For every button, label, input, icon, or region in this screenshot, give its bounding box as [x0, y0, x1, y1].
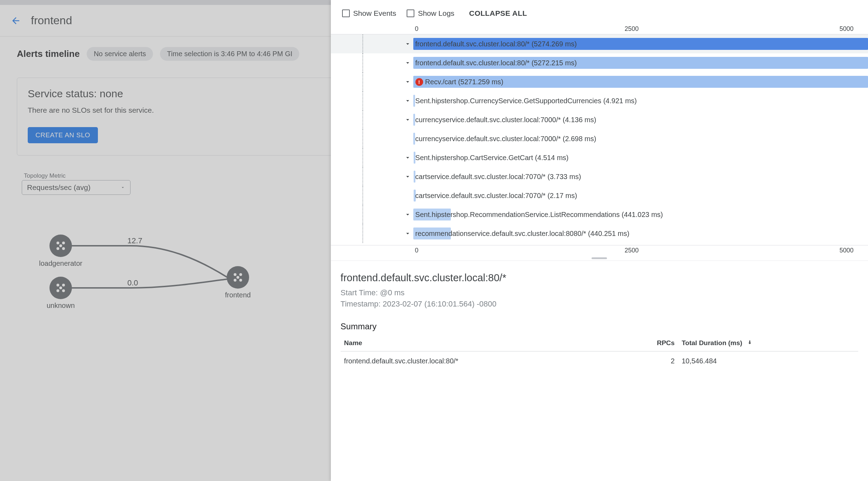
cell-rpcs: 2 [621, 351, 678, 371]
svg-point-2 [62, 242, 65, 244]
span-rows: frontend.default.svc.cluster.local:80/* … [331, 34, 868, 245]
trace-toolbar: Show Events Show Logs COLLAPSE ALL [331, 0, 868, 24]
summary-heading: Summary [341, 322, 858, 331]
span-label: Sent.hipstershop.RecommendationService.L… [415, 211, 663, 219]
show-events-label: Show Events [353, 9, 396, 18]
axis-tick: 5000 [840, 247, 854, 254]
span-track: cartservice.default.svc.cluster.local:70… [413, 189, 868, 202]
chevron-down-icon[interactable] [404, 116, 411, 123]
axis-tick: 2500 [625, 247, 639, 254]
span-row-gutter [362, 53, 413, 72]
panel-resize-handle[interactable] [331, 256, 868, 261]
svg-point-10 [62, 289, 65, 292]
trace-details-panel: Show Events Show Logs COLLAPSE ALL 0 250… [331, 0, 868, 481]
span-row[interactable]: Sent.hipstershop.CartService.GetCart (4.… [331, 148, 868, 167]
svg-point-3 [56, 247, 59, 250]
topology-node-frontend[interactable] [227, 266, 249, 289]
span-row-gutter [362, 224, 413, 243]
chevron-down-icon[interactable] [404, 97, 411, 104]
topology-node-unknown[interactable] [49, 277, 72, 299]
svg-point-15 [234, 279, 236, 282]
summary-table: Name RPCs Total Duration (ms) frontend.d… [341, 335, 858, 371]
span-row-gutter [362, 167, 413, 186]
svg-point-9 [56, 289, 59, 292]
chevron-down-icon[interactable] [404, 173, 411, 180]
col-rpcs[interactable]: RPCs [621, 335, 678, 351]
span-row-gutter [362, 34, 413, 53]
axis-tick: 2500 [625, 25, 639, 33]
span-row-gutter [362, 186, 413, 205]
col-duration-label: Total Duration (ms) [682, 339, 742, 347]
span-row[interactable]: currencyservice.default.svc.cluster.loca… [331, 110, 868, 129]
span-row[interactable]: Sent.hipstershop.RecommendationService.L… [331, 205, 868, 224]
back-arrow-icon[interactable] [11, 15, 21, 26]
grip-icon [592, 257, 607, 259]
span-details-title: frontend.default.svc.cluster.local:80/* [341, 272, 858, 284]
col-duration[interactable]: Total Duration (ms) [678, 335, 858, 351]
checkbox-icon [342, 9, 350, 17]
show-logs-label: Show Logs [418, 9, 454, 18]
error-icon: ! [415, 78, 423, 86]
span-label: currencyservice.default.svc.cluster.loca… [415, 135, 596, 143]
span-bar[interactable] [413, 95, 415, 107]
time-selection-pill[interactable]: Time selection is 3:46 PM to 4:46 PM GI [160, 47, 299, 61]
trace-timeline: 0 2500 5000 frontend.default.svc.cluster… [331, 24, 868, 256]
span-row-gutter [362, 129, 413, 148]
span-label: cartservice.default.svc.cluster.local:70… [415, 192, 577, 200]
table-row[interactable]: frontend.default.svc.cluster.local:80/*2… [341, 351, 858, 371]
span-row[interactable]: !Recv./cart (5271.259 ms) [331, 72, 868, 91]
span-track: frontend.default.svc.cluster.local:80/* … [413, 37, 868, 51]
span-row[interactable]: frontend.default.svc.cluster.local:80/* … [331, 53, 868, 72]
no-alerts-pill[interactable]: No service alerts [87, 47, 153, 61]
edge-label: 12.7 [127, 236, 142, 245]
topology-metric-select[interactable]: Requests/sec (avg) [22, 180, 131, 195]
create-slo-button[interactable]: CREATE AN SLO [28, 127, 98, 143]
span-row-gutter [362, 110, 413, 129]
topology-node-label: loadgenerator [39, 259, 82, 267]
span-label: Sent.hipstershop.CurrencyService.GetSupp… [415, 97, 637, 105]
show-events-checkbox[interactable]: Show Events [342, 9, 396, 18]
chevron-down-icon[interactable] [404, 59, 411, 66]
span-row[interactable]: recommendationservice.default.svc.cluste… [331, 224, 868, 243]
chevron-down-icon[interactable] [404, 40, 411, 47]
topology-node-loadgenerator[interactable] [49, 235, 72, 257]
caret-down-icon [120, 185, 125, 190]
svg-point-7 [56, 284, 59, 286]
col-name[interactable]: Name [341, 335, 621, 351]
chevron-down-icon[interactable] [404, 154, 411, 161]
span-track: Sent.hipstershop.CurrencyService.GetSupp… [413, 94, 868, 107]
span-label: Sent.hipstershop.CartService.GetCart (4.… [415, 154, 569, 162]
span-track: frontend.default.svc.cluster.local:80/* … [413, 56, 868, 70]
timeline-axis-top: 0 2500 5000 [331, 24, 868, 34]
collapse-all-button[interactable]: COLLAPSE ALL [469, 9, 527, 18]
cell-duration: 10,546.484 [678, 351, 858, 371]
checkbox-icon [407, 9, 414, 17]
svg-point-5 [59, 244, 62, 247]
cell-name: frontend.default.svc.cluster.local:80/* [341, 351, 621, 371]
topology-metric-value: Requests/sec (avg) [27, 183, 91, 192]
span-label: recommendationservice.default.svc.cluste… [415, 230, 629, 238]
span-track: Sent.hipstershop.RecommendationService.L… [413, 208, 868, 221]
axis-tick: 0 [415, 25, 419, 33]
svg-point-16 [239, 279, 242, 282]
span-row[interactable]: Sent.hipstershop.CurrencyService.GetSupp… [331, 91, 868, 110]
svg-point-17 [236, 276, 239, 279]
span-start-time: Start Time: @0 ms [341, 287, 858, 298]
svg-point-8 [62, 284, 65, 286]
span-row[interactable]: currencyservice.default.svc.cluster.loca… [331, 129, 868, 148]
span-bar[interactable] [413, 114, 415, 126]
span-track: cartservice.default.svc.cluster.local:70… [413, 170, 868, 183]
table-header-row: Name RPCs Total Duration (ms) [341, 335, 858, 351]
span-row[interactable]: cartservice.default.svc.cluster.local:70… [331, 167, 868, 186]
chevron-down-icon[interactable] [404, 211, 411, 218]
chevron-down-icon[interactable] [404, 230, 411, 237]
span-row-gutter [362, 205, 413, 224]
span-track: !Recv./cart (5271.259 ms) [413, 75, 868, 88]
span-track: recommendationservice.default.svc.cluste… [413, 227, 868, 240]
svg-point-14 [239, 273, 242, 276]
page-title: frontend [31, 14, 72, 27]
chevron-down-icon[interactable] [404, 78, 411, 85]
span-row[interactable]: frontend.default.svc.cluster.local:80/* … [331, 34, 868, 53]
show-logs-checkbox[interactable]: Show Logs [407, 9, 454, 18]
span-row[interactable]: cartservice.default.svc.cluster.local:70… [331, 186, 868, 205]
